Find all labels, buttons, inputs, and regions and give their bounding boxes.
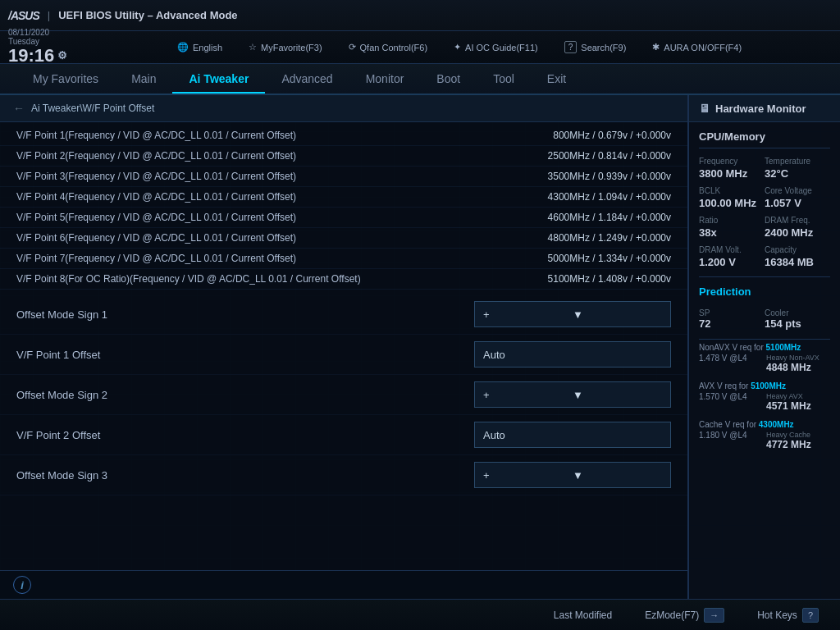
nav-boot[interactable]: Boot — [420, 66, 477, 92]
monitor-icon: 🖥 — [699, 102, 710, 115]
temperature-cell: Temperature 32°C — [765, 153, 830, 183]
top-bar: /ASUS | UEFI BIOS Utility – Advanced Mod… — [0, 0, 840, 31]
table-row[interactable]: V/F Point 4(Frequency / VID @ AC/DC_LL 0… — [0, 187, 687, 208]
frequency-cell: Frequency 3800 MHz — [699, 153, 765, 183]
dropdown-arrow-icon: ▼ — [573, 308, 662, 321]
time-display: 19:16 ⚙ — [8, 46, 74, 66]
non-avx-row: NonAVX V req for 5100MHz 1.478 V @L4 Hea… — [699, 343, 830, 373]
language-button[interactable]: 🌐 English — [171, 39, 229, 55]
prediction-sp-cooler: SP 72 Cooler 154 pts — [689, 303, 840, 336]
offset-mode-sign-1-label: Offset Mode Sign 1 — [16, 308, 107, 321]
vf-point-2-offset-row: V/F Point 2 Offset Auto — [0, 415, 687, 455]
nav-bar: My Favorites Main Ai Tweaker Advanced Mo… — [0, 64, 840, 95]
aura-button[interactable]: ✱ AURA ON/OFF(F4) — [646, 39, 748, 55]
app-title: UEFI BIOS Utility – Advanced Mode — [58, 9, 237, 21]
offset-mode-sign-2-dropdown[interactable]: + ▼ — [474, 381, 671, 408]
logo-divider: | — [48, 9, 50, 21]
table-row[interactable]: V/F Point 2(Frequency / VID @ AC/DC_LL 0… — [0, 146, 687, 167]
nav-monitor[interactable]: Monitor — [349, 66, 421, 92]
sp-cell: SP 72 — [699, 306, 765, 332]
table-row[interactable]: V/F Point 5(Frequency / VID @ AC/DC_LL 0… — [0, 208, 687, 228]
left-panel: ← Ai Tweaker\W/F Point Offset V/F Point … — [0, 95, 688, 599]
nav-exit[interactable]: Exit — [531, 66, 582, 92]
nav-my-favorites[interactable]: My Favorites — [16, 66, 115, 92]
hw-monitor-title: Hardware Monitor — [715, 103, 806, 115]
nav-tool[interactable]: Tool — [477, 66, 531, 92]
dropdown-arrow-icon: ▼ — [573, 469, 662, 482]
top-controls: 🌐 English ☆ MyFavorite(F3) ⟳ Qfan Contro… — [87, 39, 832, 56]
vf-point-1-offset-input[interactable]: Auto — [474, 341, 671, 368]
ratio-cell: Ratio 38x — [699, 212, 765, 242]
language-icon: 🌐 — [177, 42, 189, 52]
qfan-icon: ⟳ — [349, 42, 356, 52]
prediction-title: Prediction — [689, 277, 840, 303]
dram-freq-cell: DRAM Freq. 2400 MHz — [765, 212, 830, 242]
hardware-monitor-panel: 🖥 Hardware Monitor CPU/Memory Frequency … — [688, 95, 840, 599]
vf-point-2-offset-label: V/F Point 2 Offset — [16, 429, 100, 441]
offset-mode-sign-3-row: Offset Mode Sign 3 + ▼ — [0, 455, 687, 495]
time-settings-icon[interactable]: ⚙ — [57, 50, 67, 62]
nav-advanced[interactable]: Advanced — [265, 66, 349, 92]
main-content: ← Ai Tweaker\W/F Point Offset V/F Point … — [0, 95, 840, 599]
breadcrumb-path: Ai Tweaker\W/F Point Offset — [31, 103, 154, 114]
offset-mode-sign-2-label: Offset Mode Sign 2 — [16, 389, 107, 401]
offset-mode-sign-2-row: Offset Mode Sign 2 + ▼ — [0, 375, 687, 415]
table-row[interactable]: V/F Point 1(Frequency / VID @ AC/DC_LL 0… — [0, 126, 687, 146]
datetime-block: 08/11/2020Tuesday 19:16 ⚙ — [8, 28, 74, 66]
capacity-cell: Capacity 16384 MB — [765, 242, 830, 272]
info-icon: i — [13, 576, 31, 594]
hot-keys-label: Hot Keys — [757, 609, 797, 621]
hot-keys-button[interactable]: Hot Keys ? — [749, 605, 827, 626]
cpu-memory-grid: Frequency 3800 MHz Temperature 32°C BCLK… — [689, 148, 840, 276]
hw-monitor-header: 🖥 Hardware Monitor — [689, 95, 840, 122]
myfavorite-button[interactable]: ☆ MyFavorite(F3) — [242, 39, 329, 55]
table-row[interactable]: V/F Point 3(Frequency / VID @ AC/DC_LL 0… — [0, 167, 687, 187]
breadcrumb-back-icon[interactable]: ← — [13, 102, 25, 115]
aioc-icon: ✦ — [454, 42, 461, 52]
aioc-button[interactable]: ✦ AI OC Guide(F11) — [447, 39, 545, 55]
qfan-button[interactable]: ⟳ Qfan Control(F6) — [342, 39, 435, 55]
table-row[interactable]: V/F Point 8(For OC Ratio)(Frequency / VI… — [0, 269, 687, 290]
dropdown-arrow-icon: ▼ — [573, 389, 662, 401]
offset-controls: Offset Mode Sign 1 + ▼ V/F Point 1 Offse… — [0, 290, 687, 500]
hot-keys-icon: ? — [802, 608, 819, 623]
cpu-memory-title: CPU/Memory — [689, 122, 840, 148]
offset-mode-sign-3-dropdown[interactable]: + ▼ — [474, 462, 671, 488]
ez-mode-button[interactable]: EzMode(F7) → — [637, 605, 733, 626]
offset-mode-sign-1-dropdown[interactable]: + ▼ — [474, 301, 671, 327]
breadcrumb: ← Ai Tweaker\W/F Point Offset — [0, 95, 687, 122]
search-button[interactable]: ? Search(F9) — [558, 39, 633, 56]
cache-row: Cache V req for 4300MHz 1.180 V @L4 Heav… — [699, 420, 830, 450]
table-row[interactable]: V/F Point 7(Frequency / VID @ AC/DC_LL 0… — [0, 249, 687, 269]
bottom-bar: Last Modified EzMode(F7) → Hot Keys ? — [0, 599, 840, 630]
prediction-rows: NonAVX V req for 5100MHz 1.478 V @L4 Hea… — [689, 340, 840, 462]
bclk-cell: BCLK 100.00 MHz — [699, 183, 765, 212]
table-row[interactable]: V/F Point 6(Frequency / VID @ AC/DC_LL 0… — [0, 228, 687, 249]
asus-logo: /ASUS — [8, 9, 39, 22]
offset-mode-sign-3-label: Offset Mode Sign 3 — [16, 469, 107, 482]
nav-ai-tweaker[interactable]: Ai Tweaker — [172, 66, 265, 92]
favorite-icon: ☆ — [249, 42, 257, 52]
control-bar: 08/11/2020Tuesday 19:16 ⚙ 🌐 English ☆ My… — [0, 31, 840, 64]
vf-point-2-offset-input[interactable]: Auto — [474, 422, 671, 448]
vf-point-1-offset-label: V/F Point 1 Offset — [16, 349, 100, 361]
ez-mode-icon: → — [704, 608, 724, 623]
offset-mode-sign-1-row: Offset Mode Sign 1 + ▼ — [0, 294, 687, 335]
search-icon: ? — [564, 41, 578, 53]
vf-points-table: V/F Point 1(Frequency / VID @ AC/DC_LL 0… — [0, 122, 687, 570]
ez-mode-label: EzMode(F7) — [645, 609, 699, 621]
avx-row: AVX V req for 5100MHz 1.570 V @L4 Heavy … — [699, 381, 830, 412]
nav-main[interactable]: Main — [115, 66, 172, 92]
aura-icon: ✱ — [652, 42, 660, 52]
vf-point-1-offset-row: V/F Point 1 Offset Auto — [0, 335, 687, 375]
last-modified-button[interactable]: Last Modified — [546, 606, 620, 624]
last-modified-label: Last Modified — [554, 609, 612, 621]
dram-volt-cell: DRAM Volt. 1.200 V — [699, 242, 765, 272]
info-bar: i — [0, 570, 687, 599]
cooler-cell: Cooler 154 pts — [765, 306, 830, 332]
date-display: 08/11/2020Tuesday — [8, 28, 74, 46]
core-voltage-cell: Core Voltage 1.057 V — [765, 183, 830, 212]
